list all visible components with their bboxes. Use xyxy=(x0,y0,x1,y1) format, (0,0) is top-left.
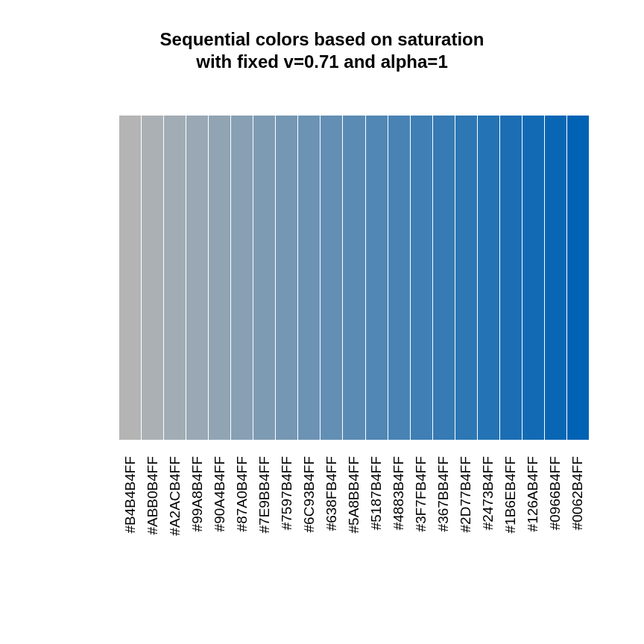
x-tick-label: #4883B4FF xyxy=(391,456,407,530)
x-axis-labels: #B4B4B4FF#ABB0B4FF#A2ACB4FF#99A8B4FF#90A… xyxy=(119,456,589,605)
x-tick: #638FB4FF xyxy=(321,456,343,605)
x-tick-label: #5187B4FF xyxy=(368,456,385,530)
color-swatch xyxy=(478,116,500,440)
x-tick-label: #367BB4FF xyxy=(435,456,452,531)
color-swatch xyxy=(433,116,455,440)
x-tick: #7E9BB4FF xyxy=(253,456,276,605)
x-tick: #ABB0B4FF xyxy=(142,456,164,605)
x-tick: #5A8BB4FF xyxy=(343,456,365,605)
chart-title-line-2: with fixed v=0.71 and alpha=1 xyxy=(0,51,644,73)
color-swatch xyxy=(142,116,164,440)
x-tick-label: #5A8BB4FF xyxy=(346,456,362,534)
color-swatch xyxy=(388,116,411,440)
x-tick: #367BB4FF xyxy=(432,456,455,605)
x-tick: #126AB4FF xyxy=(522,456,544,605)
x-tick: #2D77B4FF xyxy=(455,456,477,605)
x-tick-label: #A2ACB4FF xyxy=(167,456,183,536)
x-tick: #6C93B4FF xyxy=(298,456,321,605)
x-tick: #3F7FB4FF xyxy=(410,456,432,605)
color-swatch xyxy=(455,116,478,440)
x-tick: #90A4B4FF xyxy=(209,456,231,605)
x-tick-label: #87A0B4FF xyxy=(234,456,250,531)
color-swatch xyxy=(164,116,186,440)
x-tick-label: #2473B4FF xyxy=(480,456,496,530)
x-tick: #7597B4FF xyxy=(276,456,298,605)
x-tick-label: #2D77B4FF xyxy=(458,456,474,532)
x-tick: #4883B4FF xyxy=(388,456,410,605)
color-swatch xyxy=(231,116,253,440)
color-swatch xyxy=(343,116,365,440)
x-tick-label: #126AB4FF xyxy=(525,456,541,531)
x-tick: #87A0B4FF xyxy=(231,456,253,605)
color-swatch xyxy=(186,116,209,440)
x-tick: #A2ACB4FF xyxy=(164,456,186,605)
color-swatch xyxy=(545,116,567,440)
x-tick-label: #ABB0B4FF xyxy=(145,456,161,535)
x-tick-label: #1B6EB4FF xyxy=(502,456,519,534)
x-tick-label: #B4B4B4FF xyxy=(122,456,139,534)
chart-title-line-1: Sequential colors based on saturation xyxy=(0,28,644,51)
chart-title: Sequential colors based on saturation wi… xyxy=(0,28,644,73)
color-swatch-row xyxy=(119,116,589,440)
x-tick-label: #0062B4FF xyxy=(569,456,586,530)
color-swatch xyxy=(411,116,433,440)
x-tick-label: #7597B4FF xyxy=(279,456,295,530)
color-swatch xyxy=(253,116,276,440)
color-swatch xyxy=(567,116,589,440)
color-swatch xyxy=(366,116,388,440)
x-tick: #5187B4FF xyxy=(365,456,388,605)
x-tick: #B4B4B4FF xyxy=(119,456,142,605)
x-tick-label: #0966B4FF xyxy=(547,456,564,530)
color-swatch xyxy=(209,116,231,440)
color-swatch xyxy=(321,116,343,440)
color-swatch xyxy=(298,116,321,440)
x-tick: #0062B4FF xyxy=(566,456,589,605)
x-tick: #99A8B4FF xyxy=(186,456,209,605)
color-swatch xyxy=(523,116,545,440)
x-tick-label: #7E9BB4FF xyxy=(256,456,273,534)
x-tick-label: #3F7FB4FF xyxy=(413,456,429,531)
x-tick-label: #6C93B4FF xyxy=(301,456,318,532)
x-tick-label: #90A4B4FF xyxy=(212,456,228,531)
color-swatch xyxy=(119,116,142,440)
x-tick-label: #99A8B4FF xyxy=(189,456,206,531)
x-tick: #2473B4FF xyxy=(477,456,499,605)
x-tick: #1B6EB4FF xyxy=(499,456,522,605)
x-tick-label: #638FB4FF xyxy=(323,456,340,531)
color-swatch xyxy=(500,116,523,440)
x-tick: #0966B4FF xyxy=(544,456,566,605)
color-swatch xyxy=(276,116,298,440)
